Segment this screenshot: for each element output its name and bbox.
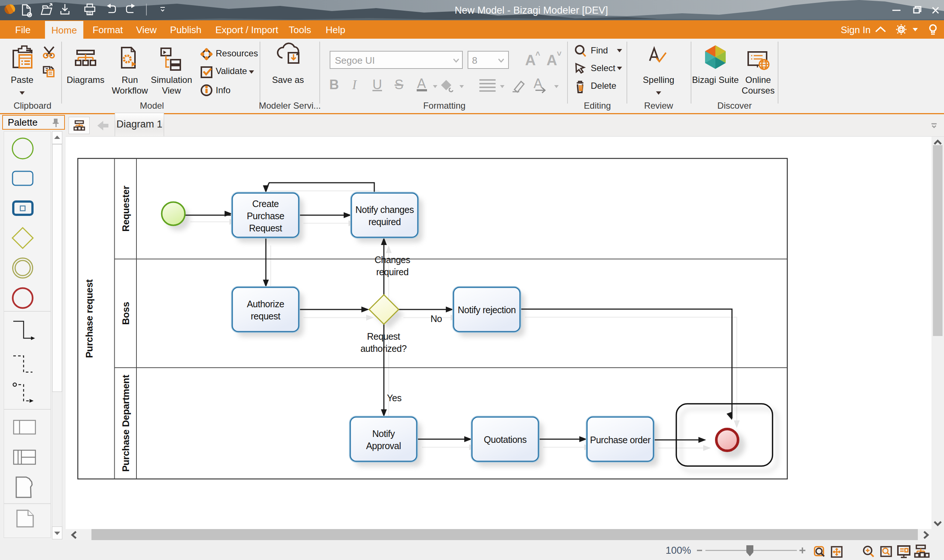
svg-text:Run: Run [122,75,138,85]
svg-text:A: A [525,52,536,68]
svg-text:I: I [352,77,357,92]
svg-text:Delete: Delete [591,81,616,91]
svg-text:˄: ˄ [535,49,540,58]
svg-text:Find: Find [591,45,608,55]
svg-text:Segoe UI: Segoe UI [335,55,375,66]
svg-text:Changes: Changes [375,255,410,265]
svg-text:authorized?: authorized? [360,343,406,354]
svg-text:Quotations: Quotations [484,434,527,445]
svg-text:Info: Info [216,85,230,95]
svg-text:Online: Online [745,75,771,85]
svg-text:required: required [369,217,401,227]
svg-text:Model: Model [140,101,164,111]
svg-text:Discover: Discover [717,101,751,111]
svg-text:S: S [395,77,403,92]
svg-text:required: required [376,267,409,277]
svg-text:Select: Select [591,63,615,73]
svg-text:No: No [431,314,442,324]
svg-text:A: A [417,76,426,91]
svg-text:Approval: Approval [366,441,401,451]
svg-text:Validate: Validate [216,66,247,76]
svg-text:B: B [329,77,339,92]
svg-text:Request: Request [249,223,282,233]
svg-text:request: request [251,311,280,321]
svg-text:Review: Review [644,101,673,111]
svg-text:Yes: Yes [387,393,401,403]
svg-text:Save as: Save as [272,75,304,85]
svg-text:Purchase request: Purchase request [84,279,95,358]
svg-text:˅: ˅ [557,49,561,58]
svg-text:Request: Request [367,331,400,342]
svg-text:Simulation: Simulation [151,75,192,85]
svg-text:Courses: Courses [742,86,774,95]
svg-text:Notify rejection: Notify rejection [458,305,515,315]
svg-text:Notify: Notify [372,428,395,439]
svg-text:Purchase order: Purchase order [590,435,651,445]
svg-text:Workflow: Workflow [112,86,148,95]
svg-text:Diagrams: Diagrams [67,75,105,85]
svg-text:Notify changes: Notify changes [355,205,414,215]
svg-text:Editing: Editing [584,101,611,111]
svg-text:Purchase Department: Purchase Department [120,375,131,472]
svg-text:Bizagi Suite: Bizagi Suite [692,75,739,85]
svg-text:A: A [534,76,543,91]
svg-text:Resources: Resources [216,48,258,58]
svg-text:Authorize: Authorize [247,299,284,309]
svg-text:Spelling: Spelling [643,75,674,85]
svg-text:Purchase: Purchase [247,211,284,221]
svg-text:Formatting: Formatting [423,101,466,111]
svg-text:8: 8 [472,55,477,66]
svg-text:Boss: Boss [120,302,131,325]
svg-text:Paste: Paste [11,75,33,85]
svg-text:Create: Create [252,198,279,209]
svg-text:A: A [546,52,557,68]
svg-text:U: U [372,77,382,92]
svg-text:Clipboard: Clipboard [14,101,52,111]
svg-text:View: View [162,86,181,95]
svg-text:Modeler Servi...: Modeler Servi... [259,101,321,111]
svg-text:Requester: Requester [120,186,131,232]
